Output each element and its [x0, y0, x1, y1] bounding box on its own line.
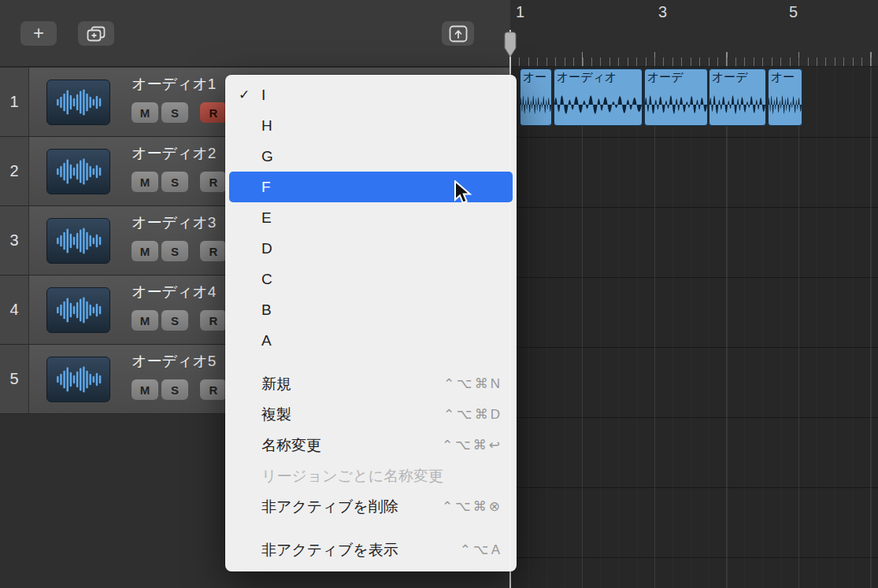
menu-item-rename-by-region: リージョンごとに名称変更	[229, 460, 513, 491]
menu-item-rename[interactable]: 名称変更 ⌃⌥⌘↩	[229, 430, 513, 460]
audio-region[interactable]: オー	[768, 68, 802, 126]
track-controls: M S R	[132, 379, 227, 400]
menu-item-letter-c[interactable]: C	[229, 264, 513, 294]
waveform-thumbnail[interactable]	[46, 218, 110, 264]
playhead-icon	[502, 31, 518, 58]
menu-item-duplicate[interactable]: 複製 ⌃⌥⌘D	[229, 399, 513, 430]
mouse-cursor-icon	[454, 180, 476, 205]
region-waveform	[769, 84, 802, 125]
playhead-handle[interactable]	[502, 31, 518, 61]
waveform-thumbnail[interactable]	[46, 287, 110, 333]
logic-pro-tracks-window: + 1 オーディオ1	[0, 0, 878, 588]
track-controls: M S R	[132, 102, 227, 123]
add-track-button[interactable]: +	[20, 21, 57, 46]
checkmark-icon: ✓	[239, 80, 257, 110]
track-number: 5	[0, 345, 29, 413]
menu-item-delete-inactive[interactable]: 非アクティブを削除 ⌃⌥⌘⊗	[229, 491, 513, 522]
region-waveform	[645, 84, 707, 125]
shortcut-label: ⌃⌥⌘⊗	[442, 491, 502, 522]
track-name[interactable]: オーディオ3	[132, 213, 216, 233]
tracks-area: 1 3 5 オー オーディオ オーデ オーデ オ	[510, 0, 878, 588]
ruler-minor-ticks	[510, 57, 878, 66]
ruler-bar-label: 1	[516, 3, 524, 21]
menu-item-letter-g[interactable]: G	[229, 141, 513, 172]
track-number: 2	[0, 137, 29, 205]
shortcut-label: ⌃⌥⌘D	[443, 399, 502, 430]
solo-button[interactable]: S	[161, 379, 188, 400]
track-controls: M S R	[132, 241, 227, 261]
track-header-toolbar: +	[0, 0, 510, 67]
track-name[interactable]: オーディオ4	[132, 282, 216, 302]
track-number: 3	[0, 206, 29, 275]
track-number: 1	[0, 68, 29, 136]
menu-item-new[interactable]: 新規 ⌃⌥⌘N	[229, 368, 513, 399]
track-name[interactable]: オーディオ2	[132, 143, 216, 164]
solo-button[interactable]: S	[161, 241, 188, 261]
region-name: オー	[769, 69, 802, 84]
waveform-icon	[54, 296, 103, 324]
record-enable-button[interactable]: R	[200, 172, 227, 192]
waveform-icon	[54, 227, 103, 255]
duplicate-track-icon	[87, 26, 106, 42]
track-name[interactable]: オーディオ5	[132, 351, 216, 372]
track-name[interactable]: オーディオ1	[132, 74, 216, 94]
mute-button[interactable]: M	[132, 310, 158, 331]
record-enable-button[interactable]: R	[200, 379, 227, 400]
menu-item-letter-d[interactable]: D	[229, 233, 513, 264]
track-controls: M S R	[132, 172, 227, 192]
region-name: オーデ	[709, 69, 765, 84]
solo-button[interactable]: S	[161, 310, 188, 331]
audio-region[interactable]: オーディオ	[554, 68, 643, 126]
plus-icon: +	[33, 24, 44, 43]
shortcut-label: ⌃⌥⌘N	[443, 368, 502, 399]
shortcut-label: ⌃⌥⌘↩	[442, 430, 502, 460]
duplicate-track-button[interactable]	[78, 21, 114, 46]
region-waveform	[521, 84, 551, 125]
record-enable-button[interactable]: R	[200, 241, 227, 261]
shortcut-label: ⌃⌥A	[460, 534, 502, 565]
track-number: 4	[0, 276, 29, 344]
bar-ruler[interactable]: 1 3 5	[510, 0, 878, 67]
waveform-thumbnail[interactable]	[46, 357, 110, 402]
menu-separator	[225, 522, 517, 534]
menu-separator	[225, 356, 517, 368]
menu-item-show-inactive[interactable]: 非アクティブを表示 ⌃⌥A	[229, 534, 513, 565]
record-enable-button[interactable]: R	[200, 102, 227, 123]
record-enable-button[interactable]: R	[200, 310, 227, 331]
mute-button[interactable]: M	[132, 172, 158, 192]
waveform-icon	[54, 157, 103, 186]
mute-button[interactable]: M	[132, 102, 158, 123]
waveform-icon	[54, 88, 103, 116]
solo-button[interactable]: S	[161, 172, 188, 192]
menu-item-letter-b[interactable]: B	[229, 294, 513, 325]
audio-region[interactable]: オーデ	[644, 68, 708, 126]
audio-region[interactable]: オーデ	[709, 68, 766, 126]
audio-region[interactable]: オー	[520, 68, 552, 126]
ruler-bar-label: 3	[658, 3, 667, 21]
solo-button[interactable]: S	[161, 102, 188, 123]
mute-button[interactable]: M	[132, 379, 158, 400]
waveform-thumbnail[interactable]	[46, 80, 110, 125]
arrow-up-box-icon	[449, 25, 468, 43]
menu-item-letter-h[interactable]: H	[229, 110, 513, 141]
menu-item-letter-a[interactable]: A	[229, 325, 513, 356]
track-icon-context-menu: ✓ I H G F E D C B A 新規 ⌃⌥⌘N	[225, 75, 517, 571]
hide-track-header-button[interactable]	[442, 21, 474, 46]
region-lanes[interactable]: オー オーディオ オーデ オーデ オー	[510, 68, 878, 588]
region-waveform	[554, 84, 642, 125]
region-name: オー	[521, 69, 551, 84]
menu-item-letter-i[interactable]: ✓ I	[229, 80, 513, 110]
mute-button[interactable]: M	[132, 241, 158, 261]
region-name: オーディオ	[554, 69, 642, 84]
region-name: オーデ	[645, 69, 707, 84]
track-controls: M S R	[132, 310, 227, 331]
waveform-icon	[54, 365, 103, 394]
menu-item-letter-e[interactable]: E	[229, 202, 513, 233]
waveform-thumbnail[interactable]	[46, 149, 110, 194]
region-waveform	[709, 84, 765, 125]
ruler-bar-label: 5	[789, 3, 798, 21]
